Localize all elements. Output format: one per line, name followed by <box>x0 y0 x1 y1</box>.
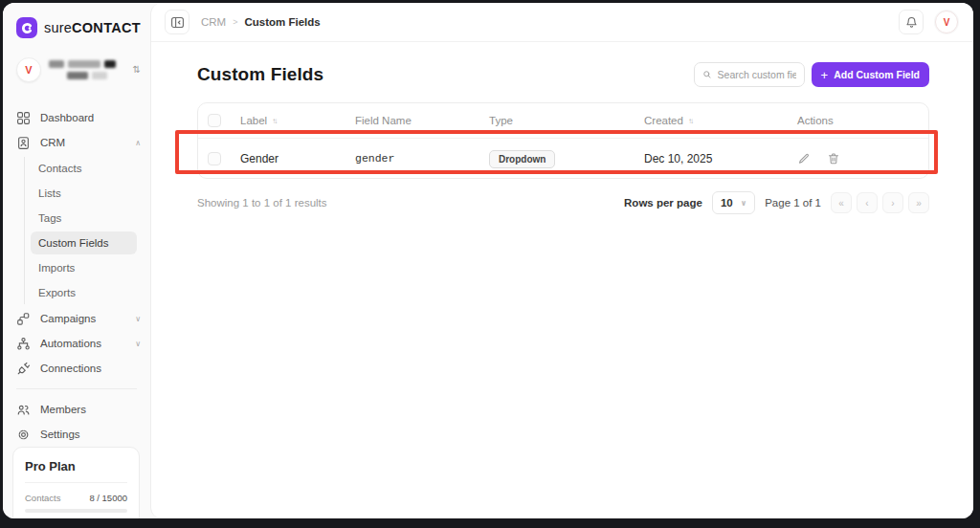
plan-card: Pro Plan Contacts 8 / 15000 Automation E… <box>12 447 140 518</box>
custom-fields-table: Label ↑↓ Field Name Type Created ↑↓ Acti… <box>197 102 929 179</box>
progress-bar <box>25 509 127 513</box>
first-page-button[interactable]: « <box>831 192 852 213</box>
sidebar-item-exports[interactable]: Exports <box>31 281 137 304</box>
trash-icon <box>827 152 840 165</box>
select-all-checkbox[interactable] <box>208 114 221 127</box>
sidebar-item-members[interactable]: Members <box>3 397 150 422</box>
sort-icon: ↑↓ <box>688 117 692 125</box>
bell-icon <box>904 15 919 30</box>
sidebar-item-lists[interactable]: Lists <box>31 182 137 205</box>
next-page-button[interactable]: › <box>882 192 903 213</box>
breadcrumb-separator: > <box>233 17 237 27</box>
column-header-type: Type <box>489 115 644 126</box>
add-custom-field-button[interactable]: + Add Custom Field <box>812 62 929 87</box>
members-icon <box>16 403 31 417</box>
cell-label: Gender <box>240 152 355 165</box>
prev-page-button[interactable]: ‹ <box>857 192 878 213</box>
sidebar-item-tags[interactable]: Tags <box>31 207 137 230</box>
sidebar-item-label: Automations <box>40 338 101 349</box>
sidebar-item-automations[interactable]: Automations ∨ <box>3 331 150 356</box>
column-header-field-name: Field Name <box>355 115 489 126</box>
search-icon <box>702 69 712 80</box>
row-checkbox[interactable] <box>208 152 221 165</box>
chevron-down-icon: ∨ <box>741 199 747 208</box>
table-footer: Showing 1 to 1 of 1 results Rows per pag… <box>197 191 929 214</box>
column-header-label[interactable]: Label ↑↓ <box>240 115 355 126</box>
edit-button[interactable] <box>797 152 811 165</box>
sidebar-item-imports[interactable]: Imports <box>31 256 137 279</box>
plus-icon: + <box>821 69 829 81</box>
add-custom-field-label: Add Custom Field <box>834 69 920 80</box>
plan-row-contacts: Contacts 8 / 15000 <box>25 493 127 503</box>
plan-title: Pro Plan <box>25 459 127 483</box>
table-header-row: Label ↑↓ Field Name Type Created ↑↓ Acti… <box>198 103 928 138</box>
column-header-created[interactable]: Created ↑↓ <box>644 115 797 126</box>
sidebar-item-label: CRM <box>40 137 65 148</box>
topbar: CRM > Custom Fields V <box>151 3 973 42</box>
brand-logo[interactable]: sureCONTACT <box>3 3 150 46</box>
sidebar-item-crm[interactable]: CRM ∧ <box>3 130 150 155</box>
sidebar-toggle-button[interactable] <box>165 10 189 34</box>
sidebar-item-campaigns[interactable]: Campaigns ∨ <box>3 306 150 331</box>
sidebar-item-settings[interactable]: Settings <box>3 422 150 447</box>
workspace-switcher[interactable]: V ⇅ <box>3 46 150 94</box>
page-content: Custom Fields + Add Custom Field <box>151 42 973 214</box>
rows-per-page-select[interactable]: 10 ∨ <box>712 191 755 214</box>
type-badge: Dropdown <box>489 150 555 168</box>
sidebar-item-dashboard[interactable]: Dashboard <box>3 105 150 130</box>
chevron-down-icon: ∨ <box>135 315 141 323</box>
column-header-actions: Actions <box>797 115 928 126</box>
last-page-button[interactable]: » <box>908 192 929 213</box>
pencil-icon <box>797 152 811 165</box>
table-row[interactable]: Gender gender Dropdown Dec 10, 2025 <box>198 138 928 178</box>
search-box <box>694 62 805 87</box>
automations-icon <box>16 337 31 351</box>
rows-per-page-label: Rows per page <box>624 197 702 209</box>
dashboard-icon <box>16 111 31 125</box>
notifications-button[interactable] <box>899 10 924 34</box>
pagination: « ‹ › » <box>831 192 929 213</box>
redacted-user-name <box>49 60 125 79</box>
crm-subnav: Contacts Lists Tags Custom Fields Import… <box>24 157 137 304</box>
sidebar-item-label: Dashboard <box>40 112 94 123</box>
brand-name: sureCONTACT <box>44 20 141 35</box>
delete-button[interactable] <box>827 152 840 165</box>
breadcrumb-custom-fields: Custom Fields <box>244 16 320 28</box>
profile-avatar[interactable]: V <box>935 11 958 33</box>
breadcrumb: CRM > Custom Fields <box>201 16 321 28</box>
sidebar-item-custom-fields[interactable]: Custom Fields <box>31 231 137 254</box>
page-indicator: Page 1 of 1 <box>765 197 821 209</box>
brand-logo-icon <box>16 17 37 38</box>
app-window: sureCONTACT V ⇅ <box>3 3 973 518</box>
contact-card-icon <box>16 136 31 150</box>
cell-created: Dec 10, 2025 <box>644 152 797 165</box>
user-avatar: V <box>16 57 41 82</box>
search-input[interactable] <box>718 69 796 80</box>
campaigns-icon <box>16 312 31 326</box>
plug-icon <box>16 362 31 376</box>
page-title: Custom Fields <box>197 64 323 85</box>
chevron-updown-icon: ⇅ <box>133 65 141 75</box>
sidebar: sureCONTACT V ⇅ <box>3 3 150 518</box>
breadcrumb-crm[interactable]: CRM <box>201 16 226 28</box>
sidebar-item-label: Campaigns <box>40 313 96 324</box>
sidebar-nav: Dashboard CRM ∧ Contacts Lists Tags Cust… <box>3 105 150 447</box>
panel-collapse-icon <box>170 15 185 30</box>
chevron-down-icon: ∨ <box>135 340 141 348</box>
sidebar-item-label: Settings <box>40 429 80 440</box>
chevron-up-icon: ∧ <box>135 139 141 147</box>
sidebar-item-label: Members <box>40 404 86 415</box>
plan-value: 8 / 15000 <box>89 493 127 503</box>
gear-icon <box>16 428 31 442</box>
sidebar-item-contacts[interactable]: Contacts <box>31 157 137 180</box>
sort-icon: ↑↓ <box>272 117 276 125</box>
results-summary: Showing 1 to 1 of 1 results <box>197 197 327 209</box>
sidebar-item-connections[interactable]: Connections <box>3 356 150 381</box>
sidebar-item-label: Connections <box>40 363 101 374</box>
cell-field-name: gender <box>355 152 489 165</box>
rows-per-page-value: 10 <box>721 197 733 209</box>
main-panel: CRM > Custom Fields V Custom Fields <box>150 3 973 518</box>
plan-label: Contacts <box>25 493 61 503</box>
divider <box>16 388 137 389</box>
